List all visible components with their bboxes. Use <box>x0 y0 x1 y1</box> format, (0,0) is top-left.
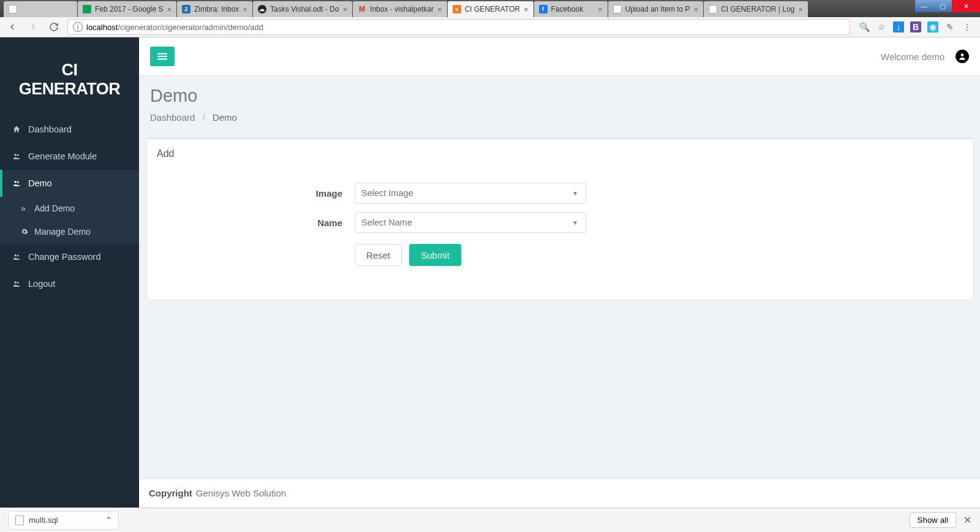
gear-icon <box>21 228 29 235</box>
document-icon <box>9 5 17 13</box>
form-row-name: Name Select Name ▼ <box>162 212 959 233</box>
download-ext-icon[interactable]: ↓ <box>893 21 904 32</box>
download-chip[interactable]: multi.sql ⌃ <box>9 511 119 530</box>
reload-button[interactable] <box>47 22 61 32</box>
select-image[interactable]: Select Image ▼ <box>355 183 586 203</box>
svg-point-4 <box>15 254 17 257</box>
svg-point-2 <box>15 181 17 183</box>
browser-tab[interactable]: ☁Tasks Vishal.odt - Do× <box>253 1 352 17</box>
browser-tab[interactable]: ZZimbra: Inbox× <box>177 1 252 17</box>
select-name-value: Select Name <box>361 218 412 227</box>
close-icon[interactable]: × <box>598 5 603 14</box>
brand-logo: CI GENERATOR <box>0 37 139 116</box>
label-name: Name <box>162 218 355 228</box>
label-image: Image <box>162 188 355 199</box>
close-shelf-button[interactable]: ✕ <box>963 514 971 526</box>
sidebar-item-dashboard[interactable]: Dashboard <box>0 116 139 143</box>
cloud-icon: ☁ <box>258 5 266 13</box>
main-area: Welcome demo Demo Dashboard / Demo Add I… <box>139 37 980 507</box>
zoom-icon[interactable]: 🔍 <box>859 21 870 32</box>
close-icon[interactable]: × <box>342 5 347 14</box>
browser-tab[interactable] <box>4 1 77 17</box>
users-icon <box>11 179 22 188</box>
svg-point-6 <box>15 281 17 284</box>
browser-tab[interactable]: Feb 2017 - Google S× <box>78 1 176 17</box>
close-icon[interactable]: × <box>694 5 699 14</box>
sidebar-item-label: Change Password <box>28 252 101 262</box>
document-icon <box>709 5 717 13</box>
sidebar-subitem-add-demo[interactable]: » Add Demo <box>0 197 139 220</box>
maximize-button[interactable]: ▢ <box>933 0 952 12</box>
minimize-button[interactable]: — <box>915 0 933 12</box>
panel-body: Image Select Image ▼ Name Select Name ▼ <box>147 169 973 300</box>
back-button[interactable] <box>5 22 20 32</box>
gmail-icon: M <box>358 5 366 13</box>
angle-double-right-icon: » <box>21 203 29 213</box>
sidebar-item-label: Demo <box>28 178 52 188</box>
sidebar-item-demo[interactable]: Demo <box>0 170 139 197</box>
browser-chrome: Feb 2017 - Google S× ZZimbra: Inbox× ☁Ta… <box>0 0 980 37</box>
zimbra-icon: Z <box>182 5 190 13</box>
site-info-icon[interactable]: i <box>73 22 83 32</box>
window-controls: — ▢ ✕ <box>915 0 980 12</box>
svg-point-7 <box>17 282 19 284</box>
menu-icon <box>157 51 167 61</box>
browser-menu-icon[interactable]: ⋮ <box>962 21 973 32</box>
show-all-downloads-button[interactable]: Show all <box>910 512 956 528</box>
users-icon <box>11 279 22 288</box>
user-avatar[interactable] <box>956 50 969 63</box>
users-icon <box>11 152 22 161</box>
users-icon <box>11 253 22 261</box>
close-icon[interactable]: × <box>437 5 442 14</box>
sidebar-item-label: Generate Module <box>28 151 97 161</box>
sidebar-menu: Dashboard Generate Module Demo » Add Dem… <box>0 116 139 297</box>
sidebar-subitem-label: Manage Demo <box>34 227 91 237</box>
forward-button[interactable] <box>26 22 40 32</box>
sidebar-subitem-manage-demo[interactable]: Manage Demo <box>0 220 139 243</box>
svg-point-0 <box>15 154 17 156</box>
user-icon <box>958 52 967 61</box>
color-picker-icon[interactable]: ✎ <box>944 21 956 32</box>
browser-tab[interactable]: Upload an Item to P× <box>608 1 704 17</box>
select-name[interactable]: Select Name ▼ <box>355 212 586 233</box>
url-host: localhost <box>86 23 118 32</box>
footer: Copyright Genisys Web Solution <box>139 478 980 507</box>
browser-tab[interactable]: fFacebook× <box>534 1 608 17</box>
extension-icon[interactable]: ◉ <box>927 21 938 32</box>
browser-tab[interactable]: MInbox - vishalpetkar× <box>353 1 447 17</box>
svg-point-5 <box>17 255 19 257</box>
browser-tab[interactable]: CI GENERATOR | Log× <box>704 1 808 17</box>
svg-rect-8 <box>157 53 167 55</box>
app-root: CI GENERATOR Dashboard Generate Module D… <box>0 37 980 507</box>
sidebar-item-generate-module[interactable]: Generate Module <box>0 143 139 170</box>
submit-button[interactable]: Submit <box>409 244 461 266</box>
address-bar[interactable]: i localhost/cigenerator/cigenerator/admi… <box>67 19 850 35</box>
svg-point-11 <box>961 53 964 56</box>
sidebar-item-logout[interactable]: Logout <box>0 270 139 297</box>
content-header: Demo Dashboard / Demo <box>139 76 980 125</box>
form-row-image: Image Select Image ▼ <box>162 183 959 203</box>
welcome-text: Welcome demo <box>881 51 944 62</box>
sidebar-item-change-password[interactable]: Change Password <box>0 243 139 270</box>
sidebar: CI GENERATOR Dashboard Generate Module D… <box>0 37 139 507</box>
close-icon[interactable]: × <box>524 5 529 14</box>
browser-tab-active[interactable]: XCI GENERATOR× <box>448 1 533 17</box>
tab-bar: Feb 2017 - Google S× ZZimbra: Inbox× ☁Ta… <box>0 0 980 17</box>
browser-toolbar: i localhost/cigenerator/cigenerator/admi… <box>0 17 980 37</box>
breadcrumb-root[interactable]: Dashboard <box>150 112 195 123</box>
window-close-button[interactable]: ✕ <box>952 0 980 12</box>
chevron-up-icon[interactable]: ⌃ <box>105 515 112 525</box>
svg-point-3 <box>17 181 19 183</box>
page-title: Demo <box>150 86 969 106</box>
download-shelf: multi.sql ⌃ Show all ✕ <box>0 507 980 532</box>
breadcrumb: Dashboard / Demo <box>150 112 969 123</box>
close-icon[interactable]: × <box>798 5 803 14</box>
bookmark-icon[interactable]: ☆ <box>876 21 887 32</box>
reset-button[interactable]: Reset <box>355 244 402 266</box>
close-icon[interactable]: × <box>243 5 247 14</box>
close-icon[interactable]: × <box>167 5 172 14</box>
bootstrap-ext-icon[interactable]: B <box>910 21 921 32</box>
sidebar-subitem-label: Add Demo <box>34 203 75 213</box>
sidebar-toggle-button[interactable] <box>150 47 175 66</box>
chevron-down-icon: ▼ <box>572 190 578 197</box>
